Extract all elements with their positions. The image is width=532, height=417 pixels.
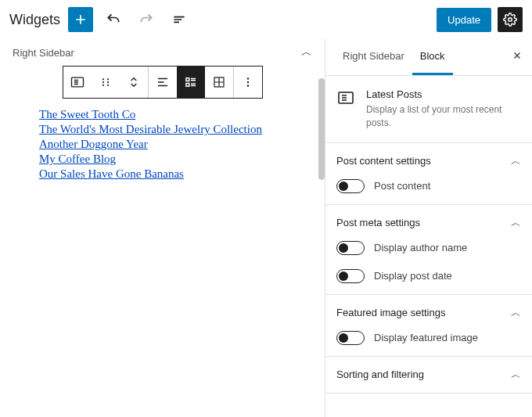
section-header[interactable]: Post content settings ︿ xyxy=(336,154,521,168)
section-title: Sorting and filtering xyxy=(336,368,424,380)
block-toolbar xyxy=(63,66,263,99)
chevron-up-icon: ︿ xyxy=(511,368,521,382)
grid-icon xyxy=(212,75,226,89)
chevron-up-icon[interactable]: ︿ xyxy=(301,45,312,59)
list-item: Another Doggone Year xyxy=(39,138,286,151)
svg-rect-9 xyxy=(186,84,189,87)
svg-point-2 xyxy=(102,78,103,80)
svg-rect-8 xyxy=(186,78,189,81)
section-post-meta: Post meta settings ︿ Display author name… xyxy=(325,205,532,295)
list-item: Our Sales Have Gone Bananas xyxy=(39,167,286,181)
latest-posts-list: The Sweet Tooth Co The World's Most Desi… xyxy=(8,108,317,181)
main: Right Sidebar ︿ xyxy=(0,39,532,417)
panel-tabs: Right Sidebar Block xyxy=(325,39,532,76)
widget-area-name: Right Sidebar xyxy=(13,47,74,59)
toggle-label: Display author name xyxy=(374,242,467,253)
svg-point-4 xyxy=(102,84,103,86)
update-button[interactable]: Update xyxy=(437,8,491,32)
scrollbar[interactable] xyxy=(318,78,325,180)
more-options-button[interactable] xyxy=(234,67,262,98)
latest-posts-icon xyxy=(70,74,85,90)
post-link[interactable]: Our Sales Have Gone Bananas xyxy=(39,167,184,180)
svg-point-7 xyxy=(106,84,108,86)
toggle-author-name[interactable] xyxy=(336,241,365,255)
redo-icon xyxy=(138,12,154,27)
list-view-icon xyxy=(171,12,187,27)
section-header[interactable]: Sorting and filtering ︿ xyxy=(336,368,521,382)
post-link[interactable]: The Sweet Tooth Co xyxy=(39,108,135,120)
chevrons-vertical-icon xyxy=(128,75,140,89)
svg-point-13 xyxy=(246,84,248,86)
drag-icon xyxy=(99,75,113,89)
toggle-label: Post content xyxy=(374,180,430,192)
toggle-post-content[interactable] xyxy=(336,179,365,193)
move-button[interactable] xyxy=(120,67,148,98)
toggle-post-date[interactable] xyxy=(336,269,365,283)
latest-posts-icon xyxy=(336,88,355,107)
redo-button[interactable] xyxy=(134,7,159,32)
add-block-button[interactable] xyxy=(68,7,93,32)
section-title: Post content settings xyxy=(336,155,431,167)
settings-panel: Right Sidebar Block Latest Posts Display… xyxy=(325,39,532,417)
section-title: Post meta settings xyxy=(336,217,420,228)
post-link[interactable]: The World's Most Desirable Jewelry Colle… xyxy=(39,123,262,135)
editor-area[interactable]: Right Sidebar ︿ xyxy=(0,39,325,417)
svg-point-3 xyxy=(102,81,103,83)
align-button[interactable] xyxy=(149,67,177,98)
tab-block[interactable]: Block xyxy=(412,39,453,75)
section-header[interactable]: Featured image settings ︿ xyxy=(336,306,521,320)
block-type-button[interactable] xyxy=(63,67,92,98)
list-view-button[interactable] xyxy=(167,7,192,32)
widget-area-header[interactable]: Right Sidebar ︿ xyxy=(8,39,317,66)
more-vertical-icon xyxy=(241,75,255,89)
tab-widget-area[interactable]: Right Sidebar xyxy=(335,39,412,75)
close-icon xyxy=(512,50,523,61)
section-title: Featured image settings xyxy=(336,307,445,318)
drag-handle-button[interactable] xyxy=(92,67,120,98)
undo-button[interactable] xyxy=(101,7,126,32)
block-info-title: Latest Posts xyxy=(366,88,521,100)
svg-point-0 xyxy=(509,18,512,22)
post-link[interactable]: My Coffee Blog xyxy=(39,153,116,165)
section-sorting: Sorting and filtering ︿ xyxy=(325,357,532,394)
undo-icon xyxy=(106,12,121,27)
align-icon xyxy=(156,75,170,89)
chevron-up-icon: ︿ xyxy=(511,306,521,320)
toggle-featured-image[interactable] xyxy=(336,331,365,345)
toggle-label: Display featured image xyxy=(374,332,478,343)
page-title: Widgets xyxy=(9,12,60,28)
block-info-desc: Display a list of your most recent posts… xyxy=(366,103,521,130)
chevron-up-icon: ︿ xyxy=(511,216,521,230)
section-featured-image: Featured image settings ︿ Display featur… xyxy=(325,295,532,357)
list-item: The Sweet Tooth Co xyxy=(39,108,286,121)
list-item: My Coffee Blog xyxy=(39,153,286,166)
section-header[interactable]: Post meta settings ︿ xyxy=(336,216,521,230)
list-layout-button[interactable] xyxy=(177,67,205,98)
grid-layout-button[interactable] xyxy=(205,67,233,98)
svg-point-11 xyxy=(246,77,248,79)
topbar-right: Update xyxy=(437,7,523,32)
toggle-label: Display post date xyxy=(374,270,452,282)
section-post-content: Post content settings ︿ Post content xyxy=(325,143,532,205)
list-layout-icon xyxy=(184,75,198,89)
plus-icon xyxy=(73,12,88,27)
svg-point-5 xyxy=(106,78,108,80)
settings-button[interactable] xyxy=(498,7,523,32)
block-info: Latest Posts Display a list of your most… xyxy=(325,76,532,143)
gear-icon xyxy=(503,13,517,27)
post-link[interactable]: Another Doggone Year xyxy=(39,138,148,150)
list-item: The World's Most Desirable Jewelry Colle… xyxy=(39,123,286,136)
svg-point-12 xyxy=(246,81,248,83)
close-panel-button[interactable] xyxy=(512,50,523,61)
svg-point-6 xyxy=(106,81,108,83)
topbar-left: Widgets xyxy=(9,7,192,32)
chevron-up-icon: ︿ xyxy=(511,154,521,168)
topbar: Widgets Update xyxy=(0,0,532,39)
